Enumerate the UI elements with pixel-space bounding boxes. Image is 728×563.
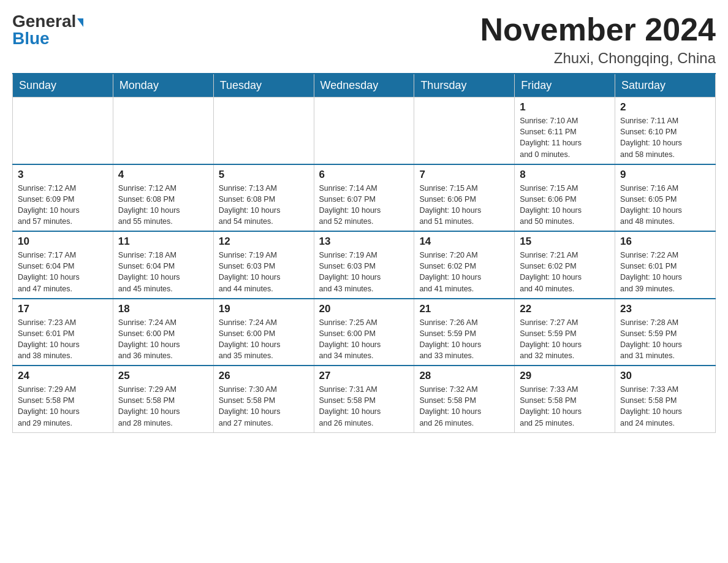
day-info: Sunrise: 7:24 AMSunset: 6:00 PMDaylight:… (219, 317, 309, 362)
calendar-table: SundayMondayTuesdayWednesdayThursdayFrid… (12, 73, 716, 433)
day-info: Sunrise: 7:15 AMSunset: 6:06 PMDaylight:… (419, 183, 509, 228)
title-area: November 2024 Zhuxi, Chongqing, China (480, 12, 716, 67)
day-info: Sunrise: 7:31 AMSunset: 5:58 PMDaylight:… (319, 384, 409, 429)
logo: General Blue (12, 12, 83, 48)
calendar-cell: 29Sunrise: 7:33 AMSunset: 5:58 PMDayligh… (515, 366, 615, 432)
day-info: Sunrise: 7:27 AMSunset: 5:59 PMDaylight:… (520, 317, 610, 362)
day-info: Sunrise: 7:19 AMSunset: 6:03 PMDaylight:… (319, 250, 409, 294)
day-info: Sunrise: 7:13 AMSunset: 6:08 PMDaylight:… (219, 183, 309, 228)
day-number: 11 (118, 236, 208, 248)
logo-line2: Blue (12, 29, 50, 48)
day-number: 10 (18, 236, 108, 248)
day-number: 23 (620, 303, 710, 315)
day-info: Sunrise: 7:17 AMSunset: 6:04 PMDaylight:… (18, 250, 108, 294)
day-info: Sunrise: 7:26 AMSunset: 5:59 PMDaylight:… (419, 317, 509, 362)
calendar-cell: 23Sunrise: 7:28 AMSunset: 5:59 PMDayligh… (615, 299, 716, 366)
calendar-cell: 11Sunrise: 7:18 AMSunset: 6:04 PMDayligh… (113, 231, 213, 299)
month-title: November 2024 (480, 12, 716, 47)
weekday-header-saturday: Saturday (615, 74, 716, 98)
day-info: Sunrise: 7:23 AMSunset: 6:01 PMDaylight:… (18, 317, 108, 362)
calendar-cell: 18Sunrise: 7:24 AMSunset: 6:00 PMDayligh… (113, 299, 213, 366)
day-number: 1 (520, 101, 610, 113)
day-info: Sunrise: 7:29 AMSunset: 5:58 PMDaylight:… (118, 384, 208, 429)
day-info: Sunrise: 7:12 AMSunset: 6:08 PMDaylight:… (118, 183, 208, 228)
day-info: Sunrise: 7:24 AMSunset: 6:00 PMDaylight:… (118, 317, 208, 362)
calendar-cell: 22Sunrise: 7:27 AMSunset: 5:59 PMDayligh… (515, 299, 615, 366)
calendar-cell: 9Sunrise: 7:16 AMSunset: 6:05 PMDaylight… (615, 164, 716, 232)
day-number: 24 (18, 370, 108, 382)
calendar-cell: 20Sunrise: 7:25 AMSunset: 6:00 PMDayligh… (314, 299, 414, 366)
day-info: Sunrise: 7:33 AMSunset: 5:58 PMDaylight:… (520, 384, 610, 429)
day-info: Sunrise: 7:16 AMSunset: 6:05 PMDaylight:… (620, 183, 710, 228)
day-info: Sunrise: 7:15 AMSunset: 6:06 PMDaylight:… (520, 183, 610, 228)
day-number: 14 (419, 236, 509, 248)
calendar-cell: 21Sunrise: 7:26 AMSunset: 5:59 PMDayligh… (414, 299, 515, 366)
calendar-cell: 25Sunrise: 7:29 AMSunset: 5:58 PMDayligh… (113, 366, 213, 432)
calendar-cell: 6Sunrise: 7:14 AMSunset: 6:07 PMDaylight… (314, 164, 414, 232)
day-info: Sunrise: 7:32 AMSunset: 5:58 PMDaylight:… (419, 384, 509, 429)
day-number: 28 (419, 370, 509, 382)
day-number: 20 (319, 303, 409, 315)
calendar-cell: 7Sunrise: 7:15 AMSunset: 6:06 PMDaylight… (414, 164, 515, 232)
day-info: Sunrise: 7:29 AMSunset: 5:58 PMDaylight:… (18, 384, 108, 429)
calendar-cell: 5Sunrise: 7:13 AMSunset: 6:08 PMDaylight… (213, 164, 314, 232)
weekday-header-monday: Monday (113, 74, 213, 98)
weekday-header-wednesday: Wednesday (314, 74, 414, 98)
calendar-cell: 10Sunrise: 7:17 AMSunset: 6:04 PMDayligh… (13, 231, 113, 299)
day-info: Sunrise: 7:30 AMSunset: 5:58 PMDaylight:… (219, 384, 309, 429)
weekday-header-tuesday: Tuesday (213, 74, 314, 98)
calendar-cell: 24Sunrise: 7:29 AMSunset: 5:58 PMDayligh… (13, 366, 113, 432)
day-info: Sunrise: 7:14 AMSunset: 6:07 PMDaylight:… (319, 183, 409, 228)
day-number: 9 (620, 169, 710, 181)
calendar-cell: 1Sunrise: 7:10 AMSunset: 6:11 PMDaylight… (515, 98, 615, 164)
day-number: 19 (219, 303, 309, 315)
calendar-cell (414, 98, 515, 164)
calendar-cell (113, 98, 213, 164)
day-number: 16 (620, 236, 710, 248)
day-number: 12 (219, 236, 309, 248)
day-number: 26 (219, 370, 309, 382)
day-info: Sunrise: 7:19 AMSunset: 6:03 PMDaylight:… (219, 250, 309, 294)
calendar-cell: 13Sunrise: 7:19 AMSunset: 6:03 PMDayligh… (314, 231, 414, 299)
day-number: 18 (118, 303, 208, 315)
day-info: Sunrise: 7:12 AMSunset: 6:09 PMDaylight:… (18, 183, 108, 228)
day-number: 8 (520, 169, 610, 181)
day-info: Sunrise: 7:33 AMSunset: 5:58 PMDaylight:… (620, 384, 710, 429)
day-number: 30 (620, 370, 710, 382)
calendar-cell (213, 98, 314, 164)
page-header: General Blue November 2024 Zhuxi, Chongq… (12, 12, 716, 67)
calendar-cell: 17Sunrise: 7:23 AMSunset: 6:01 PMDayligh… (13, 299, 113, 366)
calendar-cell: 15Sunrise: 7:21 AMSunset: 6:02 PMDayligh… (515, 231, 615, 299)
day-number: 22 (520, 303, 610, 315)
day-info: Sunrise: 7:11 AMSunset: 6:10 PMDaylight:… (620, 115, 710, 160)
day-info: Sunrise: 7:22 AMSunset: 6:01 PMDaylight:… (620, 250, 710, 294)
calendar-cell: 4Sunrise: 7:12 AMSunset: 6:08 PMDaylight… (113, 164, 213, 232)
calendar-cell (13, 98, 113, 164)
weekday-header-friday: Friday (515, 74, 615, 98)
day-info: Sunrise: 7:21 AMSunset: 6:02 PMDaylight:… (520, 250, 610, 294)
calendar-cell: 28Sunrise: 7:32 AMSunset: 5:58 PMDayligh… (414, 366, 515, 432)
weekday-header-thursday: Thursday (414, 74, 515, 98)
calendar-cell: 27Sunrise: 7:31 AMSunset: 5:58 PMDayligh… (314, 366, 414, 432)
day-info: Sunrise: 7:20 AMSunset: 6:02 PMDaylight:… (419, 250, 509, 294)
day-number: 25 (118, 370, 208, 382)
day-number: 17 (18, 303, 108, 315)
day-number: 27 (319, 370, 409, 382)
calendar-cell: 12Sunrise: 7:19 AMSunset: 6:03 PMDayligh… (213, 231, 314, 299)
day-number: 5 (219, 169, 309, 181)
day-info: Sunrise: 7:25 AMSunset: 6:00 PMDaylight:… (319, 317, 409, 362)
day-info: Sunrise: 7:10 AMSunset: 6:11 PMDaylight:… (520, 115, 610, 160)
day-number: 21 (419, 303, 509, 315)
location-title: Zhuxi, Chongqing, China (480, 50, 716, 67)
day-info: Sunrise: 7:28 AMSunset: 5:59 PMDaylight:… (620, 317, 710, 362)
day-number: 29 (520, 370, 610, 382)
day-info: Sunrise: 7:18 AMSunset: 6:04 PMDaylight:… (118, 250, 208, 294)
calendar-cell: 3Sunrise: 7:12 AMSunset: 6:09 PMDaylight… (13, 164, 113, 232)
weekday-header-sunday: Sunday (13, 74, 113, 98)
day-number: 7 (419, 169, 509, 181)
calendar-cell (314, 98, 414, 164)
calendar-cell: 19Sunrise: 7:24 AMSunset: 6:00 PMDayligh… (213, 299, 314, 366)
day-number: 4 (118, 169, 208, 181)
day-number: 2 (620, 101, 710, 113)
day-number: 15 (520, 236, 610, 248)
